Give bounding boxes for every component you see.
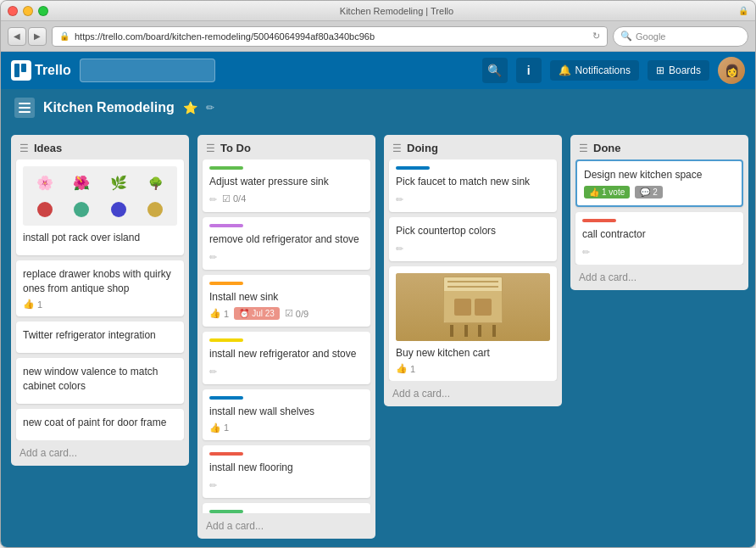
checklist-icon: ☑ <box>285 308 293 319</box>
card-ideas-5[interactable]: new coat of paint for door frame <box>16 409 184 440</box>
thumbs-up-icon: 👍 <box>589 187 599 197</box>
vote-count: 👍 1 <box>23 299 42 310</box>
search-icon: 🔍 <box>620 31 632 42</box>
list-ideas-add-card[interactable]: Add a card... <box>11 440 189 466</box>
search-bar[interactable]: 🔍 Google <box>613 26 748 47</box>
cart-body <box>443 277 503 323</box>
minimize-button[interactable] <box>23 6 33 16</box>
trello-search-box[interactable] <box>80 59 215 82</box>
comment-badge-value: 2 <box>653 187 658 197</box>
avatar[interactable]: 👩 <box>718 57 745 84</box>
vote-count: 👍 1 <box>209 422 229 433</box>
vote-badge-value: 1 vote <box>602 187 625 197</box>
card-ideas-2[interactable]: replace drawer knobs with quirky ones fr… <box>16 260 184 317</box>
search-placeholder: Google <box>636 31 665 42</box>
card-doing-1[interactable]: Pick faucet to match new sink ✏ <box>389 159 557 212</box>
board-star-icon[interactable]: ⭐ <box>183 101 197 115</box>
forward-button[interactable]: ▶ <box>28 27 47 46</box>
list-ideas-menu-icon: ☰ <box>19 143 29 154</box>
thumbs-up-icon: 👍 <box>396 363 408 374</box>
edit-icon[interactable]: ✏ <box>209 194 217 205</box>
card-todo-3-meta: 👍 1 ⏰ Jul 23 ☑ 0/9 <box>209 307 364 320</box>
checklist-value: 0/9 <box>296 309 309 319</box>
card-todo-3-title: Install new sink <box>209 290 364 305</box>
card-todo-2-label <box>209 224 243 227</box>
browser-toolbar: ◀ ▶ 🔒 https://trello.com/board/kitchen-r… <box>1 21 755 52</box>
card-todo-1-meta: ✏ ☑ 0/4 <box>209 193 364 205</box>
maximize-button[interactable] <box>38 6 48 16</box>
bell-icon: 🔔 <box>559 64 571 76</box>
due-date-value: Jul 23 <box>252 309 275 318</box>
card-todo-3[interactable]: Install new sink 👍 1 ⏰ Jul 23 ☑ 0/9 <box>203 275 370 327</box>
list-doing-add-card[interactable]: Add a card... <box>384 381 562 406</box>
card-done-2[interactable]: call contractor ✏ <box>575 212 743 265</box>
avatar-image: 👩 <box>718 57 745 84</box>
card-ideas-4[interactable]: new window valence to match cabinet colo… <box>16 358 184 404</box>
list-ideas: ☰ Ideas 🌸 🌺 🌿 🌳 install <box>11 135 189 466</box>
card-doing-1-title: Pick faucet to match new sink <box>396 175 550 189</box>
card-doing-2-title: Pick countertop colors <box>396 224 550 238</box>
refresh-icon[interactable]: ↻ <box>592 31 600 42</box>
vote-value: 1 <box>224 309 229 319</box>
back-button[interactable]: ◀ <box>8 27 26 46</box>
card-done-1[interactable]: Design new kitchen space 👍 1 vote 💬 2 <box>575 159 743 207</box>
card-todo-1-title: Adjust water pressure sink <box>209 175 364 189</box>
header-search-button[interactable]: 🔍 <box>482 58 508 83</box>
card-todo-5[interactable]: install new wall shelves 👍 1 <box>203 389 370 440</box>
board-menu-icon[interactable] <box>14 98 35 118</box>
card-done-2-label <box>582 219 616 222</box>
list-doing-title: Doing <box>407 142 553 154</box>
list-done-title: Done <box>593 142 740 154</box>
edit-icon[interactable]: ✏ <box>396 243 403 254</box>
close-button[interactable] <box>8 6 18 16</box>
vote-badge: 👍 1 vote <box>584 186 630 199</box>
list-done-add-card[interactable]: Add a card... <box>570 265 748 290</box>
card-done-2-title: call contractor <box>582 227 737 242</box>
card-ideas-3-title: Twitter refrigerator integration <box>23 328 177 343</box>
card-ideas-1[interactable]: 🌸 🌺 🌿 🌳 install pot rack over island <box>16 159 184 255</box>
card-todo-2[interactable]: remove old refrigerator and stove ✏ <box>203 217 370 270</box>
card-todo-4-title: install new refrigerator and stove <box>209 347 364 361</box>
boards-label: Boards <box>669 64 701 76</box>
secure-icon: 🔒 <box>59 31 69 41</box>
edit-icon[interactable]: ✏ <box>209 252 217 263</box>
card-todo-6[interactable]: install new flooring ✏ <box>203 445 370 498</box>
card-todo-2-meta: ✏ <box>209 250 364 263</box>
url-bar[interactable]: 🔒 https://trello.com/board/kitchen-remod… <box>52 26 608 47</box>
thumbs-up-icon: 👍 <box>209 422 221 433</box>
comment-badge: 💬 2 <box>635 186 663 199</box>
trello-logo-text: Trello <box>35 63 71 78</box>
card-ideas-3[interactable]: Twitter refrigerator integration <box>16 322 184 353</box>
edit-icon[interactable]: ✏ <box>209 480 217 491</box>
vote-value: 1 <box>410 364 415 374</box>
board-title: Kitchen Remodeling <box>43 100 175 115</box>
edit-icon[interactable]: ✏ <box>396 194 403 205</box>
card-ideas-2-title: replace drawer knobs with quirky ones fr… <box>23 267 177 296</box>
edit-icon[interactable]: ✏ <box>582 247 590 258</box>
card-todo-1[interactable]: Adjust water pressure sink ✏ ☑ 0/4 <box>203 159 370 212</box>
board-edit-icon[interactable]: ✏ <box>206 102 214 114</box>
edit-icon[interactable]: ✏ <box>209 366 217 377</box>
list-todo-add-card[interactable]: Add a card... <box>197 513 375 539</box>
card-todo-4[interactable]: install new refrigerator and stove ✏ <box>203 332 370 384</box>
boards-button[interactable]: ⊞ Boards <box>648 60 709 81</box>
kitchen-cart-image <box>396 273 550 341</box>
checklist-item: ☑ 0/4 <box>222 193 246 204</box>
vote-value: 1 <box>224 422 229 433</box>
vote-count: 👍 1 <box>396 363 415 374</box>
svg-rect-4 <box>19 111 31 113</box>
list-doing-header: ☰ Doing <box>384 135 562 159</box>
notifications-button[interactable]: 🔔 Notifications <box>550 60 639 81</box>
checklist-value: 0/4 <box>233 193 246 204</box>
title-bar: Kitchen Remodeling | Trello 🔒 <box>1 1 755 21</box>
thumbs-up-icon: 👍 <box>209 308 221 319</box>
window-lock: 🔒 <box>738 6 748 15</box>
card-ideas-5-title: new coat of paint for door frame <box>23 416 177 430</box>
window: Kitchen Remodeling | Trello 🔒 ◀ ▶ 🔒 http… <box>0 0 756 548</box>
card-doing-3[interactable]: Buy new kitchen cart 👍 1 <box>389 266 557 382</box>
trello-logo[interactable]: Trello <box>11 60 71 81</box>
card-todo-6-title: install new flooring <box>209 461 364 475</box>
header-info-button[interactable]: i <box>516 58 542 83</box>
card-todo-7[interactable]: Buy paint for cabinets ✏ <box>203 503 370 513</box>
card-doing-2[interactable]: Pick countertop colors ✏ <box>389 217 557 261</box>
